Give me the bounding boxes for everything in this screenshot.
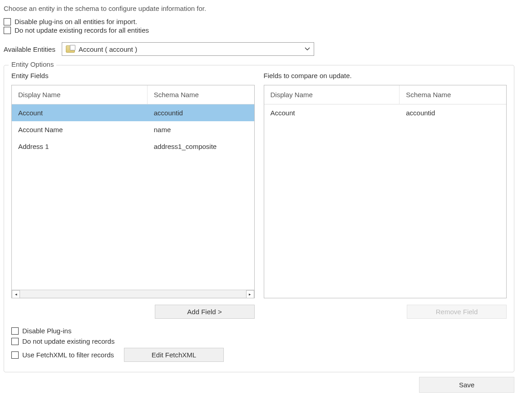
disable-plugins-all-label: Disable plug-ins on all entities for imp… [15, 18, 137, 25]
entity-fields-title: Entity Fields [11, 72, 255, 79]
cell-display-name: Address 1 [12, 138, 148, 155]
save-button[interactable]: Save [419, 377, 514, 393]
available-entities-combo[interactable]: Account ( account ) [62, 42, 314, 56]
col-schema-name[interactable]: Schema Name [148, 85, 254, 104]
cell-display-name: Account [264, 104, 400, 121]
remove-field-button: Remove Field [407, 305, 507, 319]
cell-display-name: Account [12, 104, 148, 121]
col-schema-name[interactable]: Schema Name [400, 85, 506, 104]
chevron-down-icon[interactable] [301, 46, 314, 52]
table-row[interactable]: Address 1address1_composite [12, 138, 254, 155]
scroll-right-icon[interactable]: ▸ [246, 290, 254, 298]
entity-fields-grid[interactable]: Display Name Schema Name Accountaccounti… [11, 85, 255, 298]
no-update-all-row[interactable]: Do not update existing records for all e… [4, 26, 514, 34]
no-update-all-label: Do not update existing records for all e… [15, 26, 149, 34]
checkbox-icon[interactable] [11, 351, 19, 359]
cell-schema-name: address1_composite [148, 138, 254, 155]
available-entities-selected: Account ( account ) [79, 45, 301, 53]
cell-display-name: Account Name [12, 121, 148, 138]
table-row[interactable]: Account Namename [12, 121, 254, 138]
col-display-name[interactable]: Display Name [264, 85, 400, 104]
compare-fields-grid[interactable]: Display Name Schema Name Accountaccounti… [264, 85, 507, 298]
checkbox-icon[interactable] [4, 27, 11, 34]
available-entities-label: Available Entities [4, 45, 55, 53]
cell-schema-name: accountid [148, 104, 254, 121]
use-fetchxml-row[interactable]: Use FetchXML to filter records Edit Fetc… [11, 348, 507, 362]
table-row[interactable]: Accountaccountid [264, 104, 507, 121]
no-update-label: Do not update existing records [22, 337, 114, 345]
disable-plugins-all-row[interactable]: Disable plug-ins on all entities for imp… [4, 18, 514, 25]
checkbox-icon[interactable] [11, 327, 19, 335]
grid-header: Display Name Schema Name [264, 85, 507, 104]
entity-options-checks: Disable Plug-ins Do not update existing … [11, 327, 507, 362]
add-field-button[interactable]: Add Field > [155, 305, 255, 319]
entity-fields-panel: Entity Fields Display Name Schema Name A… [11, 72, 255, 319]
checkbox-icon[interactable] [4, 18, 11, 25]
instruction-text: Choose an entity in the schema to config… [4, 5, 514, 12]
compare-fields-title: Fields to compare on update. [264, 72, 507, 79]
grid-header: Display Name Schema Name [12, 85, 254, 104]
cell-schema-name: name [148, 121, 254, 138]
checkbox-icon[interactable] [11, 338, 19, 345]
disable-plugins-row[interactable]: Disable Plug-ins [11, 327, 507, 335]
use-fetchxml-label: Use FetchXML to filter records [22, 351, 114, 359]
entity-options-fieldset: Entity Options Entity Fields Display Nam… [4, 65, 514, 372]
entity-folder-icon [66, 45, 75, 53]
disable-plugins-label: Disable Plug-ins [22, 327, 71, 335]
entity-options-legend: Entity Options [9, 60, 56, 68]
no-update-row[interactable]: Do not update existing records [11, 337, 507, 345]
scroll-left-icon[interactable]: ◂ [12, 290, 20, 298]
cell-schema-name: accountid [400, 104, 506, 121]
compare-fields-panel: Fields to compare on update. Display Nam… [264, 72, 507, 319]
edit-fetchxml-button[interactable]: Edit FetchXML [124, 348, 224, 362]
table-row[interactable]: Accountaccountid [12, 104, 254, 121]
horizontal-scrollbar[interactable]: ◂ ▸ [12, 290, 254, 298]
col-display-name[interactable]: Display Name [12, 85, 148, 104]
